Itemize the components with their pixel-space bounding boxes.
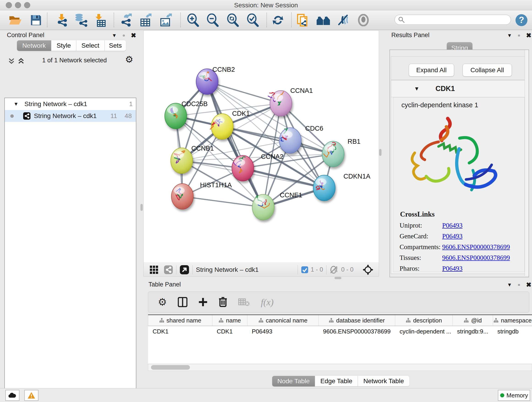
node-table[interactable]: shared namenamecanonical namedatabase id… xyxy=(148,314,532,364)
import-table-button[interactable] xyxy=(93,13,107,27)
export-image-button[interactable] xyxy=(159,13,173,27)
float-panel-icon[interactable]: ▫ xyxy=(518,281,520,288)
node-CDKN1A[interactable]: CDKN1A xyxy=(313,172,370,201)
column-header-canonical-name[interactable]: canonical name xyxy=(247,315,318,326)
export-network-button[interactable] xyxy=(119,13,133,27)
close-panel-icon[interactable]: ✖ xyxy=(131,32,136,39)
collapse-all-button[interactable]: Collapse All xyxy=(462,64,512,77)
node-label-CDC25B: CDC25B xyxy=(181,100,208,108)
panel-menu-icon[interactable]: ▼ xyxy=(507,282,512,288)
collection-expand-icon[interactable]: ▼ xyxy=(13,101,19,107)
table-cell: CDK1 xyxy=(152,328,211,335)
toggle-columns-icon[interactable] xyxy=(178,297,187,307)
network-view-icon[interactable] xyxy=(164,265,173,274)
network-row[interactable]: String Network – cdk1 11 48 xyxy=(5,110,136,122)
toolbar-separator xyxy=(298,265,298,274)
zoom-in-button[interactable] xyxy=(186,13,200,27)
right-splitter-handle[interactable] xyxy=(379,149,381,156)
edge-CCNB2-CCNA1[interactable] xyxy=(207,82,281,103)
open-folder-icon xyxy=(9,14,22,26)
expand-all-icon[interactable] xyxy=(17,57,25,65)
zoom-selected-button[interactable] xyxy=(246,13,260,27)
table-horizontal-scrollbar[interactable] xyxy=(148,364,532,371)
window-title: Session: New Session xyxy=(0,2,532,9)
export-network-icon xyxy=(120,13,133,27)
node-HIST1H1A[interactable]: HIST1H1A xyxy=(171,181,232,209)
open-file-button[interactable] xyxy=(8,13,23,27)
tab-style[interactable]: Style xyxy=(51,40,76,51)
expand-all-button[interactable]: Expand All xyxy=(409,64,454,77)
column-header-name[interactable]: name xyxy=(212,315,247,326)
results-scrollbar[interactable] xyxy=(525,50,529,276)
grid-view-icon[interactable] xyxy=(150,265,158,274)
tab-edge-table[interactable]: Edge Table xyxy=(315,376,358,386)
search-input[interactable] xyxy=(405,16,504,24)
fit-content-crosshair-icon[interactable] xyxy=(363,264,373,275)
column-header-database-identifier[interactable]: database identifier xyxy=(318,315,395,326)
crosslink-link[interactable]: 9606.ENSP00000378699 xyxy=(442,243,510,251)
column-type-icon xyxy=(219,318,224,323)
crosslink-link[interactable]: 9606.ENSP00000378699 xyxy=(442,254,510,262)
tab-sets[interactable]: Sets xyxy=(105,40,126,51)
crosslink-link[interactable]: P06493 xyxy=(442,232,462,240)
protein-section: ▼ CDK1 cyclin-dependent kinase 1 xyxy=(391,80,527,274)
import-network-button[interactable] xyxy=(55,13,69,27)
node-CCNB2[interactable]: CCNB2 xyxy=(196,66,235,95)
crosslink-label: Compartments: xyxy=(399,243,442,251)
column-type-icon xyxy=(259,318,264,323)
collapse-all-icon[interactable] xyxy=(8,57,15,65)
column-header-description[interactable]: description xyxy=(395,315,452,326)
tab-network[interactable]: Network xyxy=(17,40,51,51)
section-collapse-icon[interactable]: ▼ xyxy=(414,85,419,92)
node-RB1[interactable]: RB1 xyxy=(322,138,360,167)
edge-CCNE1-HIST1H1A[interactable] xyxy=(182,196,263,207)
column-header-namespace[interactable]: namespace xyxy=(493,315,532,326)
table-row[interactable]: CDK1CDK1P064939606.ENSP00000378699cyclin… xyxy=(148,326,532,337)
table-settings-gear-icon[interactable]: ⚙ xyxy=(158,297,167,307)
protein-section-header[interactable]: ▼ CDK1 xyxy=(391,80,526,97)
table-cell: 9606.ENSP00000378699 xyxy=(323,328,394,335)
column-header-@id[interactable]: @id xyxy=(452,315,493,326)
apply-layout-button[interactable] xyxy=(271,13,285,27)
save-session-button[interactable] xyxy=(29,13,43,27)
tab-select[interactable]: Select xyxy=(76,40,105,51)
hide-selected-button[interactable] xyxy=(336,13,351,27)
delete-column-icon[interactable] xyxy=(219,297,227,307)
clone-network-button[interactable] xyxy=(296,13,310,27)
add-column-icon[interactable] xyxy=(198,298,208,307)
float-panel-icon[interactable]: ▫ xyxy=(123,32,125,39)
left-splitter-handle[interactable] xyxy=(140,204,143,211)
network-collection-row[interactable]: ▼ String Network – cdk1 1 xyxy=(5,98,136,110)
float-panel-icon[interactable]: ▫ xyxy=(518,32,520,39)
scrollbar-thumb[interactable] xyxy=(151,365,190,370)
help-button[interactable]: ? xyxy=(514,13,529,27)
node-label-CCNB1: CCNB1 xyxy=(191,145,214,152)
network-canvas[interactable]: CCNB2CCNA1CDC25BCDK1CDC6RB1CCNB1CCNA2CDK… xyxy=(143,30,379,263)
protein-name: CDK1 xyxy=(436,85,455,93)
crosslink-link[interactable]: P06493 xyxy=(442,265,462,272)
selected-count: 1 - 0 xyxy=(311,266,323,273)
memory-button[interactable]: Memory xyxy=(498,390,530,401)
tab-network-table[interactable]: Network Table xyxy=(358,376,409,386)
node-label-HIST1H1A: HIST1H1A xyxy=(200,181,232,189)
zoom-fit-button[interactable] xyxy=(226,13,240,27)
panel-menu-icon[interactable]: ▼ xyxy=(112,32,117,38)
close-panel-icon[interactable]: ✖ xyxy=(526,32,531,39)
search-field[interactable] xyxy=(394,15,511,25)
export-table-button[interactable] xyxy=(139,13,153,27)
birds-eye-view-icon[interactable] xyxy=(180,265,189,274)
tab-node-table[interactable]: Node Table xyxy=(272,376,315,386)
panel-menu-icon[interactable]: ▼ xyxy=(507,32,512,38)
cloud-button[interactable] xyxy=(5,390,19,401)
column-header-shared-name[interactable]: shared name xyxy=(148,315,212,326)
crosslink-link[interactable]: P06493 xyxy=(442,222,462,229)
warnings-button[interactable] xyxy=(24,390,38,401)
close-panel-icon[interactable]: ✖ xyxy=(526,281,531,288)
node-CCNB1[interactable]: CCNB1 xyxy=(171,145,214,173)
zoom-out-button[interactable] xyxy=(206,13,220,27)
show-all-button[interactable] xyxy=(356,13,370,27)
network-options-gear-icon[interactable]: ⚙ xyxy=(125,54,133,65)
first-neighbors-button[interactable] xyxy=(316,13,330,27)
network-graph[interactable]: CCNB2CCNA1CDC25BCDK1CDC6RB1CCNB1CCNA2CDK… xyxy=(144,31,379,263)
import-network-from-database-button[interactable] xyxy=(74,13,88,27)
